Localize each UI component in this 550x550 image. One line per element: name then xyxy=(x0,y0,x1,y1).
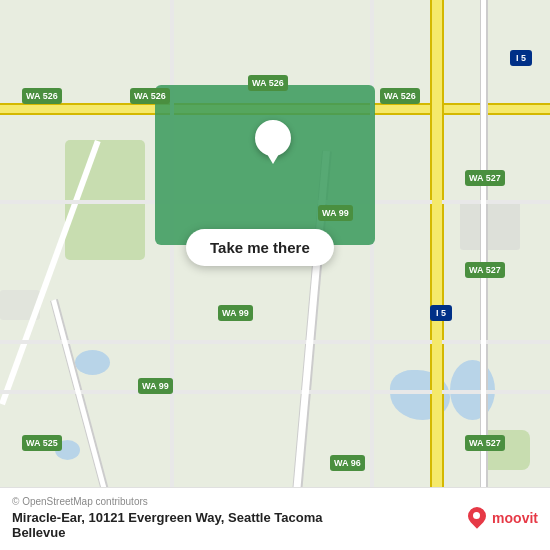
moovit-pin-icon xyxy=(466,505,488,531)
shield-wa527-mid: WA 527 xyxy=(465,262,505,278)
address-section: © OpenStreetMap contributors Miracle-Ear… xyxy=(12,496,466,540)
shield-wa99-lower: WA 99 xyxy=(218,305,253,321)
shield-i5-top: I 5 xyxy=(510,50,532,66)
road-minor-2 xyxy=(0,340,550,344)
shield-wa526-left: WA 526 xyxy=(22,88,62,104)
pin-tail xyxy=(267,154,279,164)
shield-i5-lower: I 5 xyxy=(430,305,452,321)
address-text: Miracle-Ear, 10121 Evergreen Way, Seattl… xyxy=(12,510,466,540)
map-container: WA 526 WA 526 WA 526 WA 526 I 5 WA 527 W… xyxy=(0,0,550,550)
shield-wa526-right: WA 526 xyxy=(380,88,420,104)
bottom-bar-content: © OpenStreetMap contributors Miracle-Ear… xyxy=(12,496,538,540)
copyright-text: © OpenStreetMap contributors xyxy=(12,496,466,507)
pin-circle xyxy=(255,120,291,156)
shield-wa526-mid: WA 526 xyxy=(130,88,170,104)
bottom-bar: © OpenStreetMap contributors Miracle-Ear… xyxy=(0,487,550,550)
location-pin xyxy=(255,120,291,164)
road-minor-4 xyxy=(170,0,174,550)
gray-area-1 xyxy=(460,200,520,250)
shield-wa526-mid2: WA 526 xyxy=(248,75,288,91)
shield-wa96: WA 96 xyxy=(330,455,365,471)
shield-wa99-bottom: WA 99 xyxy=(138,378,173,394)
shield-wa527-top: WA 527 xyxy=(465,170,505,186)
pin-inner xyxy=(263,128,283,148)
take-me-there-button[interactable]: Take me there xyxy=(186,229,334,266)
shield-wa527-bottom: WA 527 xyxy=(465,435,505,451)
water-body-3 xyxy=(75,350,110,375)
moovit-text: moovit xyxy=(492,510,538,526)
green-highlighted-region xyxy=(155,85,375,245)
shield-wa99-center: WA 99 xyxy=(318,205,353,221)
moovit-logo: moovit xyxy=(466,505,538,531)
shield-wa525: WA 525 xyxy=(22,435,62,451)
road-minor-5 xyxy=(370,0,374,550)
road-i5-v-fill xyxy=(432,0,442,550)
road-minor-3 xyxy=(0,390,550,394)
address-line: Miracle-Ear, 10121 Evergreen Way, Seattl… xyxy=(12,510,322,525)
city-line: Bellevue xyxy=(12,525,65,540)
